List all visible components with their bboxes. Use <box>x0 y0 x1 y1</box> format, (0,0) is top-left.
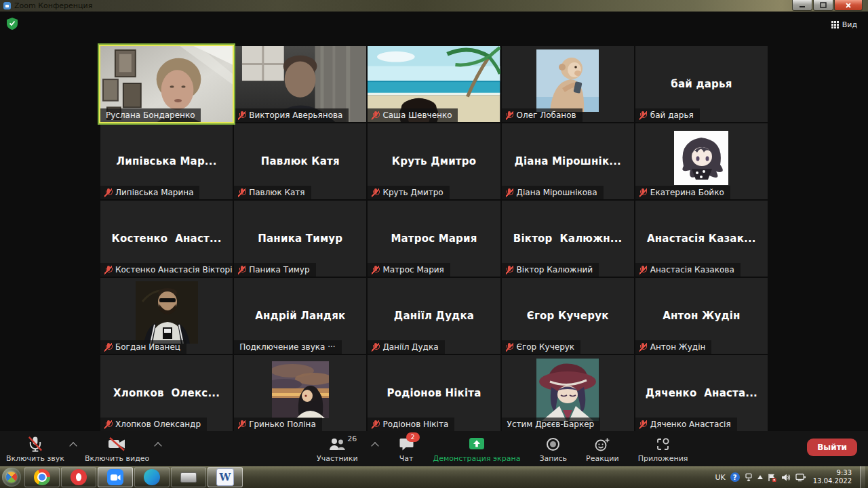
muted-mic-icon <box>506 343 513 352</box>
device-tray-icon[interactable] <box>745 473 753 481</box>
minimize-button[interactable] <box>792 0 812 11</box>
participant-tile[interactable]: Гринько Поліна <box>234 355 366 431</box>
display-tray-icon[interactable] <box>795 473 806 482</box>
participant-name-label: Богдан Иванец <box>100 340 186 354</box>
unmute-button[interactable]: Включить звук <box>3 434 68 465</box>
muted-mic-icon <box>372 266 379 274</box>
action-center-flag-icon[interactable] <box>768 473 776 482</box>
participant-tile[interactable]: Липівська Мар... Липівська Марина <box>100 123 233 199</box>
apps-button[interactable]: Приложения <box>635 434 692 465</box>
participant-tile[interactable]: Дяченко Анаста... Дяченко Анастасія <box>635 355 768 431</box>
chrome-icon <box>34 469 50 485</box>
audio-options-chevron[interactable] <box>69 441 77 449</box>
connecting-audio-label: Подключение звука ··· <box>234 340 341 354</box>
clock-time: 9:33 <box>813 469 852 478</box>
opera-icon <box>71 469 87 485</box>
participant-tile[interactable]: Виктория Аверьянова <box>234 46 366 122</box>
unmute-label: Включить звук <box>6 454 64 463</box>
avatar-monkey <box>536 49 599 112</box>
view-button[interactable]: Вид <box>827 18 861 31</box>
system-tray: UK ? 9:33 13.04.2022 <box>715 466 868 488</box>
participant-name-label: бай дарья <box>635 108 700 122</box>
record-label: Запись <box>539 454 567 463</box>
participant-tile[interactable]: Родіонов Нікіта Родіонов Нікіта <box>368 355 500 431</box>
participant-tile[interactable]: Даніїл Дудка Даніїл Дудка <box>368 278 500 354</box>
language-indicator[interactable]: UK <box>715 473 725 482</box>
avatar-anime-hat <box>536 359 599 421</box>
volume-icon[interactable] <box>781 473 791 482</box>
participant-tile[interactable]: Антон Жудін Антон Жудін <box>635 278 768 354</box>
participants-chevron[interactable] <box>371 441 379 449</box>
muted-mic-icon <box>639 266 647 274</box>
chat-button[interactable]: 2 Чат <box>395 434 418 465</box>
chat-unread-badge: 2 <box>406 432 420 442</box>
share-screen-icon <box>469 437 485 451</box>
participant-tile[interactable]: Єгор Кучерук Єгор Кучерук <box>502 278 634 354</box>
participant-tile[interactable]: Матрос Мария Матрос Мария <box>368 201 500 277</box>
participant-tile[interactable]: бай дарья бай дарья <box>635 46 768 122</box>
participant-name-label: Гринько Поліна <box>234 418 322 431</box>
participants-button[interactable]: 26 Участники <box>313 434 361 465</box>
taskbar-explorer[interactable] <box>171 467 206 487</box>
participant-tile[interactable]: Костенко Анаст... Костенко Анастасія Вік… <box>100 201 233 277</box>
participant-name-label: Костенко Анастасія Вікторівна <box>100 263 233 277</box>
participant-tile[interactable]: Віктор Калюжн... Віктор Калюжний <box>502 201 634 277</box>
muted-mic-icon <box>372 188 379 197</box>
muted-mic-icon <box>639 188 647 197</box>
participant-tile[interactable]: Анастасія Казак... Анастасія Казакова <box>635 201 768 277</box>
start-video-label: Включить видео <box>85 454 149 463</box>
close-button[interactable] <box>834 0 863 11</box>
participant-name-label: Родіонов Нікіта <box>368 418 454 431</box>
taskbar-clock[interactable]: 9:33 13.04.2022 <box>813 469 852 486</box>
video-options-chevron[interactable] <box>154 441 162 449</box>
taskbar-chrome[interactable] <box>24 467 60 487</box>
help-tray-icon[interactable]: ? <box>730 472 740 482</box>
avatar-photo-man <box>136 281 198 344</box>
muted-mic-icon <box>639 111 647 120</box>
participant-tile[interactable]: Богдан Иванец <box>100 278 233 354</box>
taskbar-edge[interactable] <box>134 467 170 487</box>
grid-view-icon <box>831 21 839 28</box>
start-button[interactable] <box>2 468 21 487</box>
record-button[interactable]: Запись <box>536 434 570 465</box>
share-screen-button[interactable]: Демонстрация экрана <box>430 434 524 465</box>
clock-date: 13.04.2022 <box>813 477 852 486</box>
muted-mic-icon <box>104 266 112 274</box>
participant-name-label: Павлюк Катя <box>234 186 311 199</box>
participant-tile[interactable]: Устим Дрєєв-Баркер <box>502 355 634 431</box>
reactions-label: Реакции <box>586 454 619 463</box>
participant-tile[interactable]: Павлюк Катя Павлюк Катя <box>234 123 366 199</box>
muted-mic-icon <box>238 266 245 274</box>
participant-tile[interactable]: Діана Мірошнік... Діана Мірошнікова <box>502 123 634 199</box>
participant-tile[interactable]: Андрій Ландяк Подключение звука ··· <box>234 278 366 354</box>
taskbar-word[interactable]: W <box>208 467 243 487</box>
meeting-content: Вид Руслана Бондар <box>0 12 868 466</box>
participant-tile[interactable]: Олег Лобанов <box>502 46 634 122</box>
show-hidden-icons[interactable] <box>757 475 763 479</box>
participant-tile[interactable]: Саша Шевченко <box>368 46 500 122</box>
participant-name-label: Даніїл Дудка <box>368 340 444 354</box>
participant-tile[interactable]: Екатерина Бойко <box>635 123 768 199</box>
taskbar-opera[interactable] <box>61 467 96 487</box>
participant-tile[interactable]: Руслана Бондаренко <box>100 46 233 122</box>
apps-icon <box>656 437 670 451</box>
muted-mic-icon <box>372 420 379 429</box>
participant-tile[interactable]: Хлопков Олекс... Хлопков Олександр <box>100 355 233 431</box>
maximize-button[interactable] <box>813 0 833 11</box>
taskbar-zoom[interactable] <box>98 467 133 487</box>
leave-meeting-button[interactable]: Выйти <box>807 439 857 456</box>
participant-tile[interactable]: Круть Дмитро Круть Дмитро <box>368 123 500 199</box>
avatar-anime-girl <box>674 131 728 185</box>
apps-label: Приложения <box>638 454 688 463</box>
participant-name-label: Єгор Кучерук <box>502 340 581 354</box>
participant-name-label: Олег Лобанов <box>502 108 583 122</box>
reactions-button[interactable]: Реакции <box>583 434 623 465</box>
show-desktop-button[interactable] <box>860 466 865 488</box>
window-titlebar: Zoom Конференция <box>0 0 868 12</box>
record-icon <box>546 437 560 451</box>
security-shield-icon[interactable] <box>7 18 18 30</box>
participant-name-label: Дяченко Анастасія <box>635 418 737 431</box>
start-video-button[interactable]: Включить видео <box>81 434 153 465</box>
share-screen-label: Демонстрация экрана <box>433 454 521 463</box>
participant-tile[interactable]: Паника Тимур Паника Тимур <box>234 201 366 277</box>
